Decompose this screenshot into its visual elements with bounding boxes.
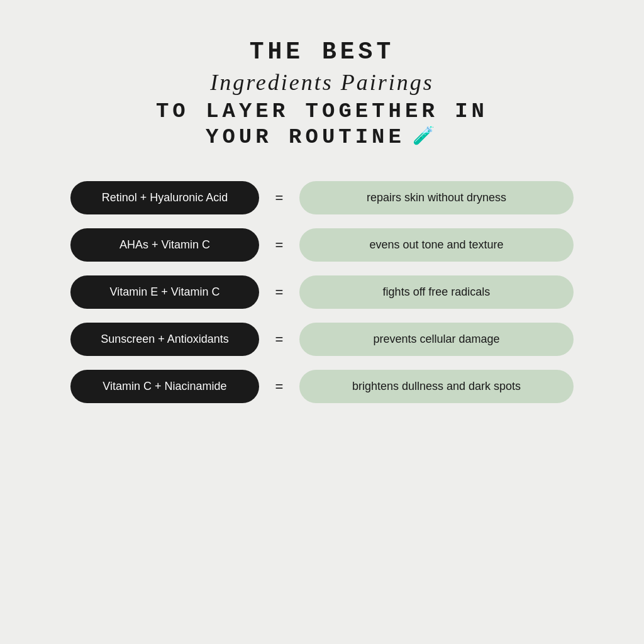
- ingredient-pill: Retinol + Hyaluronic Acid: [70, 181, 259, 214]
- test-tube-emoji: 🧪: [413, 126, 438, 148]
- pairing-row: AHAs + Vitamin C=evens out tone and text…: [70, 228, 574, 262]
- header-line4: YOUR ROUTINE 🧪: [156, 125, 488, 150]
- result-pill: repairs skin without dryness: [299, 181, 574, 214]
- pairing-row: Vitamin C + Niacinamide=brightens dullne…: [70, 370, 574, 403]
- equals-sign: =: [272, 284, 287, 301]
- header-line3: TO LAYER TOGETHER IN: [156, 99, 488, 125]
- header-line1: THE BEST: [156, 38, 488, 67]
- pairing-row: Sunscreen + Antioxidants=prevents cellul…: [70, 323, 574, 356]
- pairing-row: Retinol + Hyaluronic Acid=repairs skin w…: [70, 181, 574, 214]
- equals-sign: =: [272, 237, 287, 253]
- equals-sign: =: [272, 331, 287, 348]
- ingredient-pill: AHAs + Vitamin C: [70, 228, 259, 262]
- result-pill: prevents cellular damage: [299, 323, 574, 356]
- result-pill: brightens dullness and dark spots: [299, 370, 574, 403]
- result-pill: evens out tone and texture: [299, 228, 574, 262]
- header-line2: Ingredients Pairings: [156, 69, 488, 96]
- page-header: THE BEST Ingredients Pairings TO LAYER T…: [156, 38, 488, 150]
- ingredient-pill: Sunscreen + Antioxidants: [70, 323, 259, 356]
- pairings-list: Retinol + Hyaluronic Acid=repairs skin w…: [45, 181, 599, 403]
- ingredient-pill: Vitamin C + Niacinamide: [70, 370, 259, 403]
- pairing-row: Vitamin E + Vitamin C=fights off free ra…: [70, 275, 574, 309]
- equals-sign: =: [272, 190, 287, 206]
- equals-sign: =: [272, 379, 287, 395]
- result-pill: fights off free radicals: [299, 275, 574, 309]
- ingredient-pill: Vitamin E + Vitamin C: [70, 275, 259, 309]
